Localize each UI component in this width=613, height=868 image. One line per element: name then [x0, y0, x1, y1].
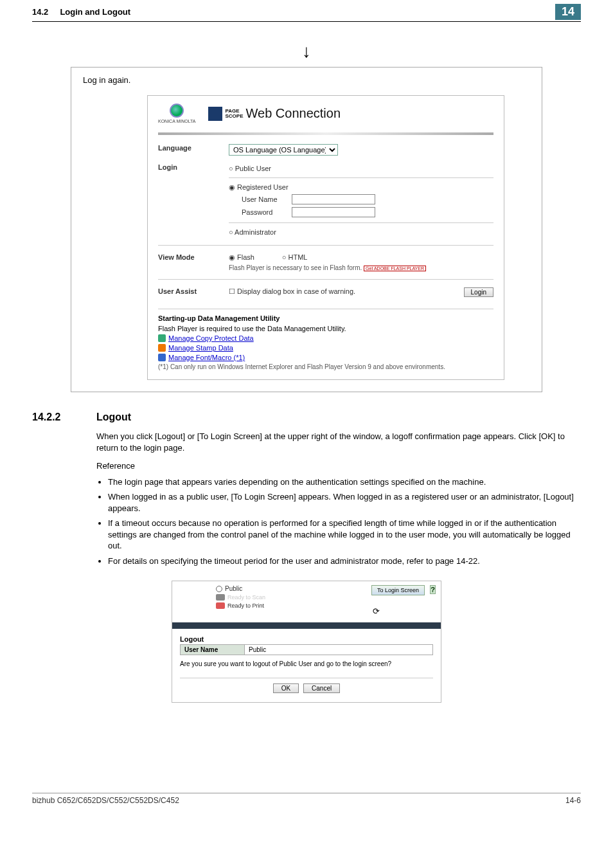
registered-user-option[interactable]: ◉ Registered User: [229, 182, 493, 193]
user-icon: [216, 586, 222, 592]
footer-page: 14-6: [565, 796, 581, 805]
logout-user-table: User Name Public: [180, 644, 433, 655]
dmu-link3-row: Manage Font/Macro (*1): [158, 354, 493, 361]
manage-copy-protect-link[interactable]: Manage Copy Protect Data: [168, 334, 254, 342]
logout-buttons: OK Cancel: [180, 683, 433, 693]
ps-small-label: PAGESCOPE: [225, 109, 243, 119]
login-caption: Log in again.: [83, 75, 530, 85]
viewmode-row: View Mode ◉ Flash ○ HTML Flash Player is…: [158, 249, 493, 275]
scan-status: Ready to Scan: [216, 594, 265, 601]
login-row: Login ○ Public User ◉ Registered User Us…: [158, 159, 493, 241]
page-footer: bizhub C652/C652DS/C552/C552DS/C452 14-6: [32, 793, 581, 805]
globe-icon: [170, 104, 184, 118]
scanner-icon: [216, 594, 225, 601]
header-section-title: 14.2 Login and Logout: [32, 7, 130, 17]
current-user: Public: [216, 585, 265, 592]
stamp-icon: [158, 344, 166, 352]
logout-title: Logout: [180, 635, 433, 643]
section-title: Logout: [96, 411, 131, 423]
divider: [158, 279, 493, 280]
bullet-item: For details on specifying the timeout pe…: [108, 556, 581, 567]
viewmode-label: View Mode: [158, 253, 229, 261]
section-body: When you click [Logout] or [To Login Scr…: [96, 431, 581, 473]
section-para: When you click [Logout] or [To Login Scr…: [96, 431, 581, 454]
down-arrow-icon: ↓: [32, 41, 581, 62]
ok-button[interactable]: OK: [273, 683, 299, 693]
flash-note: Flash Player is necessary to see in Flas…: [229, 264, 493, 271]
pagescope-icon: [208, 107, 222, 121]
html-option[interactable]: ○ HTML: [282, 253, 308, 261]
dmu-title: Starting-up Data Management Utility: [158, 314, 493, 322]
to-login-screen-button[interactable]: To Login Screen: [371, 585, 425, 595]
dmu-link2-row: Manage Stamp Data: [158, 344, 493, 352]
password-row: Password: [242, 206, 493, 219]
logout-body: Logout User Name Public Are you sure you…: [172, 629, 441, 702]
section-number: 14.2.2: [32, 411, 77, 423]
pagescope-title: PAGESCOPE Web Connection: [208, 106, 341, 121]
language-select[interactable]: OS Language (OS Language): [229, 144, 338, 156]
logo-row: KONICA MINOLTA PAGESCOPE Web Connection: [148, 96, 504, 129]
logout-question: Are you sure you want to logout of Publi…: [180, 660, 433, 667]
language-label: Language: [158, 144, 229, 152]
login-label: Login: [158, 163, 229, 171]
dark-bar: [172, 622, 441, 629]
font-macro-icon: [158, 354, 166, 361]
username-input[interactable]: [292, 194, 375, 204]
reference-list: The login page that appears varies depen…: [108, 476, 581, 567]
password-label: Password: [242, 208, 287, 216]
print-status: Ready to Print: [216, 602, 265, 609]
username-value: Public: [245, 645, 432, 655]
userassist-label: User Assist: [158, 287, 229, 295]
bullet-item: When logged in as a public user, [To Log…: [108, 491, 581, 514]
copy-protect-icon: [158, 334, 166, 342]
divider: [229, 222, 493, 223]
cancel-button[interactable]: Cancel: [303, 683, 340, 693]
login-screenshot: Log in again. KONICA MINOLTA PAGESCOPE W…: [71, 67, 542, 392]
divider: [180, 678, 433, 678]
page-header: 14.2 Login and Logout 14: [32, 0, 581, 22]
ps-main-title: Web Connection: [246, 106, 341, 121]
logout-screenshot: Public Ready to Scan Ready to Print To L…: [172, 581, 441, 703]
userassist-checkbox[interactable]: ☐ Display dialog box in case of warning.: [229, 287, 355, 295]
konica-minolta-logo: KONICA MINOLTA: [158, 104, 195, 123]
reference-label: Reference: [96, 460, 581, 472]
footer-model: bizhub C652/C652DS/C552/C552DS/C452: [32, 796, 179, 805]
manage-font-macro-link[interactable]: Manage Font/Macro (*1): [168, 354, 245, 361]
login-button[interactable]: Login: [464, 287, 493, 297]
userassist-row: User Assist ☐ Display dialog box in case…: [158, 284, 493, 301]
dmu-link1-row: Manage Copy Protect Data: [158, 334, 493, 342]
km-brand-text: KONICA MINOLTA: [158, 119, 195, 123]
divider: [229, 177, 493, 178]
chapter-badge: 14: [555, 4, 581, 20]
header-sec-num: 14.2: [32, 7, 48, 17]
logout-topbar: Public Ready to Scan Ready to Print To L…: [172, 581, 441, 620]
dmu-note2: (*1) Can only run on Windows Internet Ex…: [158, 363, 493, 370]
public-user-option[interactable]: ○ Public User: [229, 163, 493, 174]
dmu-section: Starting-up Data Management Utility Flas…: [148, 309, 504, 379]
printer-icon: [216, 602, 225, 609]
flash-option[interactable]: ◉ Flash: [229, 253, 254, 261]
language-row: Language OS Language (OS Language): [158, 140, 493, 159]
password-input[interactable]: [292, 207, 375, 217]
login-form: Language OS Language (OS Language) Login…: [148, 135, 504, 309]
divider: [158, 245, 493, 246]
username-label: User Name: [242, 195, 287, 203]
bullet-item: If a timeout occurs because no operation…: [108, 518, 581, 552]
username-row: User Name: [242, 193, 493, 206]
section-heading: 14.2.2 Logout: [32, 411, 581, 423]
dmu-note: Flash Player is required to use the Data…: [158, 325, 493, 332]
manage-stamp-link[interactable]: Manage Stamp Data: [168, 344, 233, 352]
web-connection-panel: KONICA MINOLTA PAGESCOPE Web Connection …: [147, 95, 504, 380]
bullet-item: The login page that appears varies depen…: [108, 476, 581, 488]
refresh-icon[interactable]: ⟳: [371, 606, 382, 616]
header-sec-title: Login and Logout: [60, 7, 130, 17]
help-icon[interactable]: ?: [430, 585, 436, 594]
username-header: User Name: [181, 645, 245, 655]
flashplayer-badge-icon[interactable]: Get ADOBE FLASH PLAYER: [364, 266, 426, 271]
administrator-option[interactable]: ○ Administrator: [229, 227, 493, 237]
